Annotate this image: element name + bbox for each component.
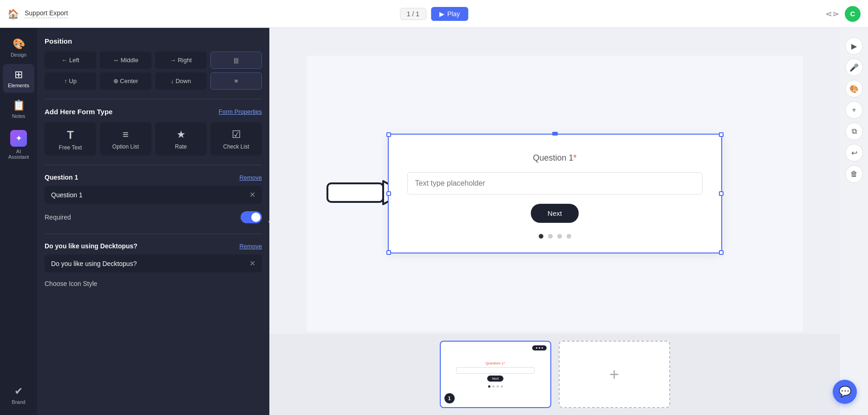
sidebar-item-design[interactable]: 🎨 Design bbox=[3, 33, 34, 62]
right-tool-delete[interactable]: 🗑 bbox=[845, 165, 863, 183]
choose-icon-label: Choose Icon Style bbox=[45, 280, 262, 287]
sidebar-item-elements[interactable]: ⊞ Elements bbox=[3, 64, 34, 93]
resize-handle-mr[interactable] bbox=[719, 191, 724, 196]
canvas-question-title: Question 1* bbox=[407, 153, 703, 163]
resize-handle-tr[interactable] bbox=[719, 132, 724, 137]
resize-handle-tl[interactable] bbox=[386, 132, 391, 137]
chat-button[interactable]: 💬 bbox=[833, 380, 857, 404]
question1-input-wrap: ✕ bbox=[45, 186, 262, 204]
question1-header: Question 1 Remove bbox=[45, 174, 262, 181]
choose-icon-section: Choose Icon Style bbox=[45, 280, 262, 287]
svg-rect-1 bbox=[327, 183, 383, 202]
form-type-rate-button[interactable]: ★ Rate bbox=[155, 122, 207, 156]
question2-clear-icon[interactable]: ✕ bbox=[249, 259, 255, 268]
position-section-title: Position bbox=[45, 37, 262, 45]
dot-3[interactable] bbox=[557, 234, 562, 239]
question2-header: Do you like using Decktopus? Remove bbox=[45, 242, 262, 250]
slide-canvas: Question 1* Next bbox=[307, 56, 803, 331]
resize-handle-ml[interactable] bbox=[386, 191, 391, 196]
right-tool-copy[interactable]: ⧉ bbox=[845, 123, 863, 140]
right-tool-add[interactable]: + bbox=[845, 101, 863, 119]
right-tool-palette[interactable]: 🎨 bbox=[845, 80, 863, 97]
main-layout: 🎨 Design ⊞ Elements 📋 Notes ✦ AI Assista… bbox=[0, 28, 868, 415]
question2-input[interactable] bbox=[51, 260, 246, 267]
notes-icon: 📋 bbox=[13, 99, 25, 111]
question2-input-wrap: ✕ bbox=[45, 254, 262, 272]
position-grid: ← Left ↔ Middle → Right ||| ↑ Up ⊕ Cente… bbox=[45, 52, 262, 90]
sidebar-item-brand[interactable]: ✔ Brand bbox=[3, 381, 34, 409]
divider-2 bbox=[45, 165, 262, 165]
resize-handle-br[interactable] bbox=[719, 250, 724, 255]
form-type-check-list-button[interactable]: ☑ Check List bbox=[210, 122, 262, 156]
panel-collapse-handle[interactable]: ‹ bbox=[263, 210, 269, 233]
form-type-header: Add Here Form Type Form Properties bbox=[45, 108, 262, 116]
question1-input[interactable] bbox=[51, 191, 246, 199]
position-right-button[interactable]: → Right bbox=[155, 52, 207, 69]
question2-section: Do you like using Decktopus? Remove ✕ bbox=[45, 242, 262, 272]
play-triangle-icon: ▶ bbox=[439, 10, 444, 18]
dot-4[interactable] bbox=[567, 234, 571, 239]
thumb-next-btn: Next bbox=[487, 376, 503, 382]
topbar: 🏠 Support Export ☁ 1 / 1 ▶ Play ⋖⋗ C bbox=[0, 0, 868, 28]
thumb-input bbox=[456, 367, 535, 374]
thumb-menu-button[interactable] bbox=[532, 345, 547, 350]
form-widget-container: Question 1* Next bbox=[388, 134, 722, 253]
slide-number-badge: 1 bbox=[444, 393, 455, 403]
panel: ‹ Position ← Left ↔ Middle → Right ||| ↑… bbox=[37, 28, 269, 415]
question1-remove-link[interactable]: Remove bbox=[240, 174, 262, 181]
canvas-next-button[interactable]: Next bbox=[531, 204, 579, 223]
position-center-button[interactable]: ⊕ Center bbox=[100, 72, 151, 90]
slide-thumb-inner: Question 1* Next bbox=[441, 342, 550, 407]
icon-sidebar: 🎨 Design ⊞ Elements 📋 Notes ✦ AI Assista… bbox=[0, 28, 37, 415]
thumb-question-title: Question 1* bbox=[486, 361, 505, 365]
check-list-icon: ☑ bbox=[232, 129, 241, 141]
right-tool-undo[interactable]: ↩ bbox=[845, 144, 863, 162]
dot-2[interactable] bbox=[548, 234, 553, 239]
free-text-icon: T bbox=[67, 129, 74, 142]
slide-thumbnail-1[interactable]: Question 1* Next 1 bbox=[440, 341, 551, 408]
right-tools: ▶ 🎤 🎨 + ⧉ ↩ 🗑 bbox=[840, 28, 868, 415]
add-slide-button[interactable]: + bbox=[559, 341, 670, 408]
question1-clear-icon[interactable]: ✕ bbox=[249, 190, 255, 199]
design-icon: 🎨 bbox=[13, 38, 25, 50]
canvas-bottom-bar: Question 1* Next 1 bbox=[269, 334, 840, 415]
form-type-option-list-button[interactable]: ≡ Option List bbox=[100, 122, 151, 156]
position-align-v-button[interactable]: ||| bbox=[210, 52, 262, 69]
user-avatar[interactable]: C bbox=[845, 6, 861, 22]
form-type-grid: T Free Text ≡ Option List ★ Rate ☑ Check… bbox=[45, 122, 262, 156]
required-row: Required bbox=[45, 209, 262, 225]
thumb-dot-4 bbox=[501, 385, 503, 388]
sidebar-item-notes[interactable]: 📋 Notes bbox=[3, 95, 34, 123]
play-button[interactable]: ▶ Play bbox=[431, 7, 468, 21]
required-toggle[interactable] bbox=[241, 211, 262, 223]
thumb-dots bbox=[488, 385, 503, 388]
position-middle-button[interactable]: ↔ Middle bbox=[100, 52, 151, 69]
required-star: * bbox=[574, 153, 577, 162]
question1-section: Question 1 Remove ✕ Required bbox=[45, 174, 262, 225]
dot-1[interactable] bbox=[539, 234, 543, 239]
position-down-button[interactable]: ↓ Down bbox=[155, 72, 207, 90]
divider-1 bbox=[45, 99, 262, 99]
home-icon[interactable]: 🏠 bbox=[7, 8, 19, 19]
right-tool-mic[interactable]: 🎤 bbox=[845, 58, 863, 76]
thumb-dot-2 bbox=[492, 385, 495, 388]
position-up-button[interactable]: ↑ Up bbox=[45, 72, 96, 90]
form-type-title: Add Here Form Type bbox=[45, 108, 112, 116]
thumb-dot-3 bbox=[496, 385, 499, 388]
question2-label: Do you like using Decktopus? bbox=[45, 242, 137, 250]
required-label: Required bbox=[45, 214, 71, 221]
thumb-dot-1 bbox=[488, 385, 490, 388]
resize-handle-bl[interactable] bbox=[386, 250, 391, 255]
question2-remove-link[interactable]: Remove bbox=[240, 243, 262, 250]
share-icon[interactable]: ⋖⋗ bbox=[825, 9, 839, 19]
sidebar-item-ai[interactable]: ✦ AI Assistant bbox=[3, 125, 34, 164]
divider-3 bbox=[45, 233, 262, 234]
pagination-label: 1 / 1 bbox=[400, 8, 426, 20]
form-type-free-text-button[interactable]: T Free Text bbox=[45, 122, 96, 156]
position-left-button[interactable]: ← Left bbox=[45, 52, 96, 69]
form-properties-link[interactable]: Form Properties bbox=[219, 108, 262, 115]
position-align-h-button[interactable]: ≡ bbox=[210, 72, 262, 90]
canvas-text-input[interactable] bbox=[407, 172, 703, 195]
document-title[interactable]: Support Export bbox=[25, 9, 68, 18]
right-tool-play[interactable]: ▶ bbox=[845, 37, 863, 55]
